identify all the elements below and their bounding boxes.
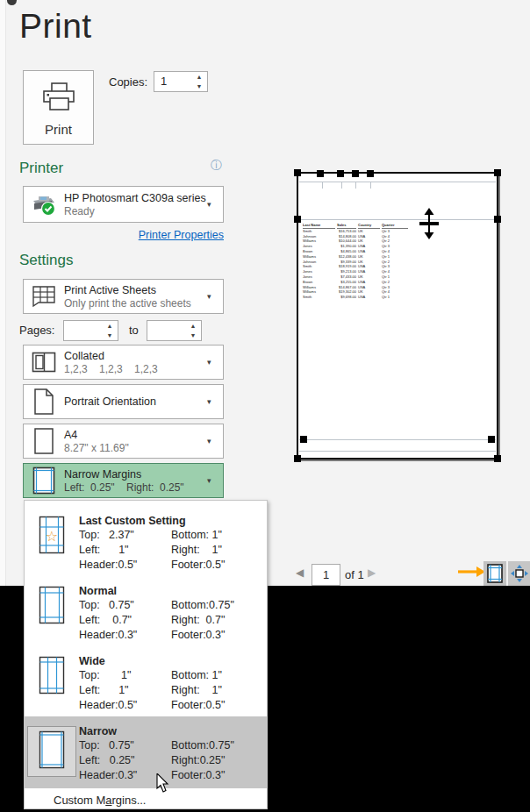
next-page-icon[interactable]: ▶	[368, 566, 376, 579]
orientation-title: Portrait Orientation	[64, 395, 207, 409]
portrait-page-icon	[24, 388, 64, 416]
collated-icon	[24, 352, 64, 373]
preview-table-cell: USA	[358, 295, 380, 300]
print-what-select[interactable]: Print Active Sheets Only print the activ…	[23, 279, 224, 314]
page-number-input[interactable]: 1	[312, 564, 340, 586]
show-margins-icon	[487, 564, 503, 583]
printer-icon	[40, 82, 77, 113]
preview-data-table: Last NameSalesCountryQuarterSmith$16,753…	[303, 223, 408, 300]
preview-table-header: Last Name	[303, 223, 335, 229]
collation-title: Collated	[64, 349, 207, 363]
preview-table-header: Country	[358, 223, 380, 229]
paper-size-select[interactable]: A4 8.27" x 11.69" ▾	[23, 424, 224, 459]
margins-dropdown-menu: ☆ Last Custom Setting Top: 2.37"Bottom: …	[24, 500, 268, 809]
show-margins-button[interactable]	[483, 561, 506, 586]
pages-from-stepper[interactable]: ▲ ▼	[63, 320, 118, 341]
print-button-label: Print	[45, 122, 72, 137]
footer-margin-line[interactable]	[299, 451, 496, 452]
column-handle[interactable]	[367, 170, 374, 177]
star-icon: ☆	[46, 529, 58, 544]
column-handle[interactable]	[352, 170, 359, 177]
top-margin-handle[interactable]	[494, 216, 501, 223]
orientation-select[interactable]: Portrait Orientation ▾	[23, 384, 224, 419]
preview-table-cell: $9,698.00	[337, 295, 356, 300]
settings-section-heading: Settings	[19, 252, 73, 269]
print-what-subtitle: Only print the active sheets	[64, 297, 207, 310]
paper-size-title: A4	[64, 428, 207, 442]
corner-handle[interactable]	[494, 455, 501, 462]
narrow-margins-icon	[24, 467, 64, 495]
menu-item-title: Narrow	[79, 724, 267, 738]
zoom-to-page-button[interactable]	[508, 561, 530, 586]
row-resize-cursor-icon	[419, 208, 439, 239]
pages-to-increment-icon[interactable]: ▲	[189, 322, 197, 330]
chevron-down-icon: ▾	[207, 200, 223, 209]
top-margin-line[interactable]	[299, 219, 496, 220]
print-preview-page: Last NameSalesCountryQuarterSmith$16,753…	[297, 172, 498, 459]
margins-normal-icon	[39, 586, 65, 628]
chevron-down-icon: ▾	[207, 437, 223, 445]
pages-to-stepper[interactable]: ▲ ▼	[147, 320, 202, 341]
header-margin-line[interactable]	[299, 182, 496, 182]
corner-handle[interactable]	[494, 169, 501, 176]
printer-status: Ready	[64, 205, 207, 218]
annotation-arrow-icon	[457, 565, 485, 579]
top-margin-handle[interactable]	[294, 216, 301, 223]
mouse-cursor-icon	[156, 773, 169, 793]
bottom-margin-handle[interactable]	[488, 436, 495, 443]
chevron-down-icon: ▾	[207, 476, 223, 485]
preview-table-header: Sales	[337, 223, 356, 229]
zoom-to-page-icon	[511, 565, 528, 582]
pages-from-decrement-icon[interactable]: ▼	[105, 331, 114, 339]
menu-item-wide[interactable]: Wide Top: 1"Bottom: 1" Left: 1"Right: 1"…	[25, 646, 267, 716]
print-button[interactable]: Print	[23, 70, 94, 145]
pages-label: Pages:	[19, 324, 54, 337]
printer-section-heading: Printer	[19, 160, 63, 177]
copies-decrement-icon[interactable]: ▼	[195, 82, 204, 90]
chevron-down-icon: ▾	[207, 358, 223, 367]
preview-table-cell: Qtr 1	[382, 295, 408, 300]
corner-handle[interactable]	[294, 169, 301, 176]
corner-handle[interactable]	[294, 455, 301, 462]
bottom-margin-line[interactable]	[299, 439, 496, 440]
column-handle[interactable]	[337, 170, 344, 177]
copies-stepper[interactable]: 1 ▲ ▼	[154, 71, 208, 92]
pages-to-label: to	[129, 324, 139, 337]
copies-value[interactable]: 1	[161, 75, 167, 88]
menu-item-title: Normal	[79, 584, 267, 598]
back-arrow-icon[interactable]	[7, 0, 17, 5]
copies-label: Copies:	[109, 75, 147, 89]
menu-item-narrow[interactable]: Narrow Top: 0.75"Bottom:0.75" Left: 0.25…	[25, 716, 267, 788]
previous-page-icon[interactable]: ◀	[296, 566, 304, 579]
menu-item-title: Wide	[79, 654, 267, 668]
printer-select[interactable]: HP Photosmart C309a series Ready ▾	[23, 186, 224, 223]
pages-to-decrement-icon[interactable]: ▼	[189, 331, 197, 339]
preview-table-cell: Smith	[303, 295, 335, 300]
margins-title: Narrow Margins	[64, 467, 207, 481]
paper-page-icon	[24, 427, 64, 455]
custom-margins-menu-item[interactable]: Custom Margins...	[25, 788, 267, 811]
chevron-down-icon: ▾	[207, 397, 223, 406]
collation-select[interactable]: Collated 1,2,3 1,2,3 1,2,3 ▾	[23, 345, 224, 380]
menu-item-last-custom-setting[interactable]: ☆ Last Custom Setting Top: 2.37"Bottom: …	[25, 506, 267, 576]
column-tick	[355, 182, 356, 189]
printer-device-icon	[24, 192, 64, 217]
pages-from-increment-icon[interactable]: ▲	[105, 322, 114, 330]
margins-custom-icon: ☆	[39, 516, 65, 558]
printer-properties-link[interactable]: Printer Properties	[0, 229, 224, 241]
paper-size-subtitle: 8.27" x 11.69"	[64, 442, 207, 455]
menu-item-normal[interactable]: Normal Top: 0.75"Bottom:0.75" Left: 0.7"…	[25, 576, 267, 646]
info-icon[interactable]: ⓘ	[211, 158, 222, 174]
margins-subtitle: Left: 0.25" Right: 0.25"	[64, 481, 207, 495]
print-backstage-pane: Print Print Copies: 1 ▲ ▼ Printer ⓘ	[0, 0, 530, 586]
column-tick	[341, 182, 342, 189]
margins-select[interactable]: Narrow Margins Left: 0.25" Right: 0.25" …	[23, 463, 224, 498]
print-what-title: Print Active Sheets	[64, 283, 207, 297]
column-handle[interactable]	[317, 170, 324, 177]
column-tick	[370, 182, 371, 189]
bottom-margin-handle[interactable]	[300, 436, 307, 443]
menu-item-title: Last Custom Setting	[79, 514, 267, 528]
margins-narrow-icon	[27, 726, 76, 777]
pane-left-edge	[0, 0, 6, 586]
copies-increment-icon[interactable]: ▲	[195, 73, 204, 81]
